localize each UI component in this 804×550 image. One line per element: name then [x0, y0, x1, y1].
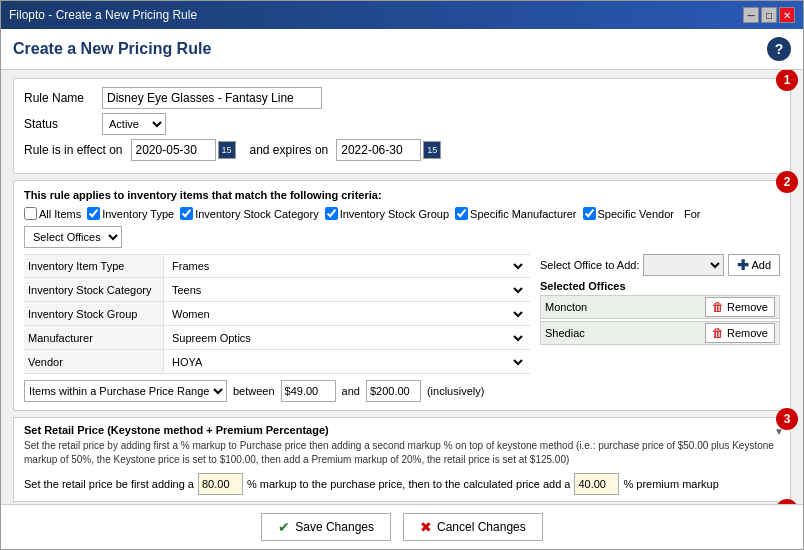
selected-offices-label: Selected Offices — [540, 280, 780, 292]
grid-row-stock-category: Inventory Stock Category Teens — [24, 278, 530, 302]
expires-date-input[interactable] — [336, 139, 421, 161]
office-item-shediac: Shediac 🗑 Remove — [540, 321, 780, 345]
grid-value-vendor: HOYA — [164, 350, 530, 373]
status-label: Status — [24, 117, 94, 131]
cancel-button[interactable]: ✖ Cancel Changes — [403, 513, 543, 541]
inventory-type-checkbox[interactable] — [87, 207, 100, 220]
grid-row-vendor: Vendor HOYA — [24, 350, 530, 374]
save-label: Save Changes — [295, 520, 374, 534]
price-from-input[interactable] — [281, 380, 336, 402]
office-item-moncton: Moncton 🗑 Remove — [540, 295, 780, 319]
grid-row-manufacturer: Manufacturer Supreem Optics — [24, 326, 530, 350]
grid-value-stock-category: Teens — [164, 278, 530, 301]
and-label: and — [342, 385, 360, 397]
markup2-input[interactable] — [574, 473, 619, 495]
all-items-label: All Items — [39, 208, 81, 220]
office-name-shediac: Shediac — [545, 327, 585, 339]
checkbox-inventory-type[interactable]: Inventory Type — [87, 207, 174, 220]
price-range-select[interactable]: Items within a Purchase Price Range — [24, 380, 227, 402]
price-to-input[interactable] — [366, 380, 421, 402]
stock-category-label: Inventory Stock Category — [195, 208, 319, 220]
effect-date-calendar-icon[interactable]: 15 — [218, 141, 236, 159]
stock-category-checkbox[interactable] — [180, 207, 193, 220]
maximize-button[interactable]: □ — [761, 7, 777, 23]
status-select[interactable]: Active Inactive — [102, 113, 166, 135]
rule-name-row: Rule Name — [24, 87, 780, 109]
grid-value-manufacturer: Supreem Optics — [164, 326, 530, 349]
pricing-desc: Set the retail price by adding first a %… — [24, 439, 780, 467]
x-icon: ✖ — [420, 519, 432, 535]
pricing-formula-row: Set the retail price be first adding a %… — [24, 473, 780, 495]
checkbox-vendor[interactable]: Specific Vendor — [583, 207, 674, 220]
price-range-row: Items within a Purchase Price Range betw… — [24, 380, 530, 402]
all-items-checkbox[interactable] — [24, 207, 37, 220]
main-window: Filopto - Create a New Pricing Rule ─ □ … — [0, 0, 804, 550]
inclusively-label: (inclusively) — [427, 385, 484, 397]
office-name-moncton: Moncton — [545, 301, 587, 313]
vendor-checkbox[interactable] — [583, 207, 596, 220]
markup1-input[interactable] — [198, 473, 243, 495]
rule-name-input[interactable] — [102, 87, 322, 109]
vendor-label: Specific Vendor — [598, 208, 674, 220]
formula-mid: % markup to the purchase price, then to … — [247, 478, 570, 490]
criteria-body: Inventory Item Type Frames Inventory Sto… — [24, 254, 780, 402]
item-type-select[interactable]: Frames — [168, 255, 526, 277]
criteria-header: This rule applies to inventory items tha… — [24, 189, 780, 201]
minimize-button[interactable]: ─ — [743, 7, 759, 23]
help-button[interactable]: ? — [767, 37, 791, 61]
remove-shediac-label: Remove — [727, 327, 768, 339]
expires-date-group: 15 — [336, 139, 441, 161]
add-office-button[interactable]: ✚ Add — [728, 254, 780, 276]
plus-icon: ✚ — [737, 257, 749, 273]
rule-name-label: Rule Name — [24, 91, 94, 105]
pricing-section: 3 ▼ Set Retail Price (Keystone method + … — [13, 417, 791, 502]
office-dropdown[interactable] — [643, 254, 724, 276]
status-row: Status Active Inactive — [24, 113, 780, 135]
checkbox-stock-category[interactable]: Inventory Stock Category — [180, 207, 319, 220]
pricing-dropdown-arrow[interactable]: ▼ — [774, 426, 784, 437]
remove-moncton-button[interactable]: 🗑 Remove — [705, 297, 775, 317]
stock-category-select[interactable]: Teens — [168, 279, 526, 301]
select-offices-dropdown[interactable]: Select Offices — [24, 226, 122, 248]
inventory-type-label: Inventory Type — [102, 208, 174, 220]
manufacturer-label: Specific Manufacturer — [470, 208, 576, 220]
expires-date-calendar-icon[interactable]: 15 — [423, 141, 441, 159]
title-bar: Filopto - Create a New Pricing Rule ─ □ … — [1, 1, 803, 29]
stock-group-select[interactable]: Women — [168, 303, 526, 325]
checkmark-icon: ✔ — [278, 519, 290, 535]
stock-group-label: Inventory Stock Group — [340, 208, 449, 220]
pricing-title: Set Retail Price (Keystone method + Prem… — [24, 424, 780, 436]
grid-label-stock-category: Inventory Stock Category — [24, 278, 164, 301]
expires-label: and expires on — [250, 143, 329, 157]
criteria-left-grid: Inventory Item Type Frames Inventory Sto… — [24, 254, 530, 402]
cancel-label: Cancel Changes — [437, 520, 526, 534]
remove-moncton-label: Remove — [727, 301, 768, 313]
criteria-checkboxes-row: All Items Inventory Type Inventory Stock… — [24, 207, 780, 248]
checkbox-all-items[interactable]: All Items — [24, 207, 81, 220]
content-area: 1 Rule Name Status Active Inactive Rule … — [1, 70, 803, 504]
checkbox-manufacturer[interactable]: Specific Manufacturer — [455, 207, 576, 220]
office-add-row: Select Office to Add: ✚ Add — [540, 254, 780, 276]
trash-icon-shediac: 🗑 — [712, 326, 724, 340]
footer: ✔ Save Changes ✖ Cancel Changes — [1, 504, 803, 549]
formula-prefix: Set the retail price be first adding a — [24, 478, 194, 490]
manufacturer-select[interactable]: Supreem Optics — [168, 327, 526, 349]
close-button[interactable]: ✕ — [779, 7, 795, 23]
for-label: For — [684, 208, 701, 220]
window-title: Filopto - Create a New Pricing Rule — [9, 8, 197, 22]
between-label: between — [233, 385, 275, 397]
stock-group-checkbox[interactable] — [325, 207, 338, 220]
remove-shediac-button[interactable]: 🗑 Remove — [705, 323, 775, 343]
checkbox-stock-group[interactable]: Inventory Stock Group — [325, 207, 449, 220]
grid-row-stock-group: Inventory Stock Group Women — [24, 302, 530, 326]
grid-label-manufacturer: Manufacturer — [24, 326, 164, 349]
effect-date-input[interactable] — [131, 139, 216, 161]
page-header: Create a New Pricing Rule ? — [1, 29, 803, 70]
save-button[interactable]: ✔ Save Changes — [261, 513, 391, 541]
effect-date-group: 15 — [131, 139, 236, 161]
add-btn-label: Add — [751, 259, 771, 271]
manufacturer-checkbox[interactable] — [455, 207, 468, 220]
criteria-section: 2 This rule applies to inventory items t… — [13, 180, 791, 411]
criteria-right-offices: Select Office to Add: ✚ Add Selected Off… — [540, 254, 780, 402]
vendor-select[interactable]: HOYA — [168, 351, 526, 373]
